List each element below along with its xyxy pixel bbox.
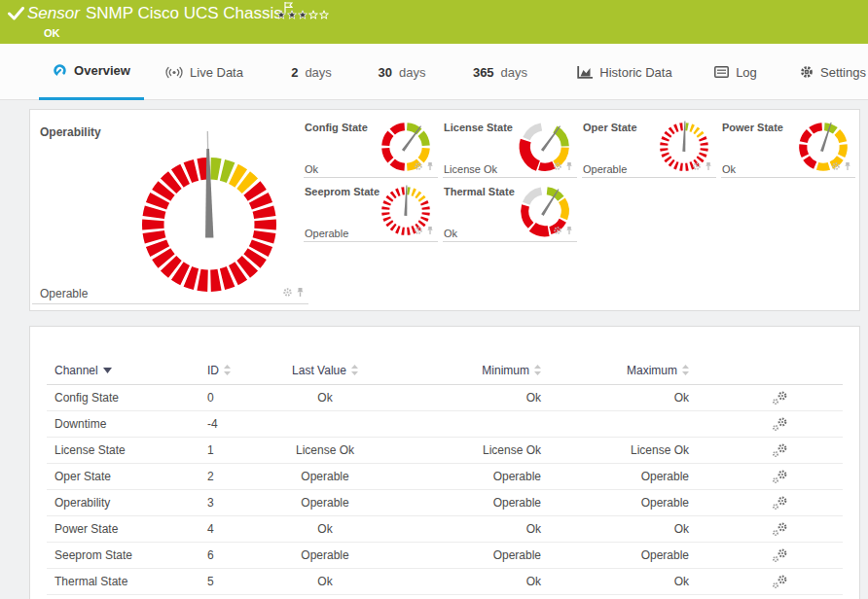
- tab-bar: OverviewLive Data2days30days365daysHisto…: [0, 44, 868, 100]
- cell-minimum: Operable: [372, 470, 541, 483]
- column-header-maximum[interactable]: Maximum: [541, 364, 689, 377]
- channel-table-body: Config State0OkOkOkDowntime-4License Sta…: [30, 385, 859, 595]
- pin-icon[interactable]: [565, 222, 573, 239]
- cell-id: 4: [207, 522, 278, 536]
- channel-settings-icon[interactable]: [770, 443, 795, 458]
- tab-number: 365: [473, 65, 494, 80]
- column-header-last-value[interactable]: Last Value: [278, 364, 372, 377]
- cell-minimum: Ok: [372, 391, 541, 405]
- cell-maximum: License Ok: [541, 443, 689, 457]
- pin-icon[interactable]: [705, 158, 712, 175]
- channel-gauge-tile-operability[interactable]: Operability Operable: [32, 118, 308, 304]
- cell-last-value: Operable: [278, 548, 372, 562]
- sort-desc-icon: [103, 368, 112, 373]
- tab-live-data[interactable]: Live Data: [154, 44, 255, 100]
- channel-gauge-tile-seeprom-state[interactable]: Seeprom State Operable: [304, 184, 438, 242]
- tab-log[interactable]: Log: [708, 44, 763, 100]
- cell-channel: Seeprom State: [54, 548, 207, 562]
- cell-minimum: Operable: [372, 496, 541, 510]
- cell-last-value: Ok: [278, 522, 372, 536]
- sort-icon: [351, 365, 358, 375]
- gear-icon[interactable]: [414, 158, 423, 175]
- priority-stars[interactable]: [276, 6, 329, 23]
- cell-channel: Power State: [54, 522, 207, 536]
- star-icon[interactable]: [276, 6, 286, 23]
- column-header-minimum[interactable]: Minimum: [372, 364, 541, 377]
- cell-id: 5: [207, 575, 278, 588]
- channel-settings-icon[interactable]: [770, 391, 795, 405]
- check-icon: [8, 7, 24, 24]
- cell-last-value: Ok: [278, 391, 372, 405]
- gear-icon[interactable]: [553, 222, 562, 239]
- column-label: Minimum: [482, 364, 529, 377]
- pin-icon[interactable]: [296, 284, 305, 301]
- channel-value: Ok: [444, 228, 457, 239]
- channel-name-label: Power State: [722, 122, 783, 133]
- cell-id: 2: [207, 470, 278, 483]
- tab-overview[interactable]: Overview: [39, 44, 144, 100]
- channel-settings-icon[interactable]: [770, 575, 795, 589]
- cell-id: 3: [207, 496, 278, 510]
- channel-gauge-tile-oper-state[interactable]: Oper State Operable: [582, 120, 716, 178]
- tab-30-days[interactable]: 30days: [370, 44, 434, 100]
- star-icon[interactable]: [308, 6, 318, 23]
- channel-name-label: Seeprom State: [305, 186, 380, 197]
- tab-label: days: [399, 65, 425, 80]
- tab-label: Live Data: [190, 65, 243, 80]
- channel-value: Operable: [305, 228, 348, 239]
- operability-gauge-dial: [136, 152, 282, 298]
- cell-maximum: Operable: [541, 548, 689, 562]
- tab-number: 2: [291, 65, 298, 80]
- cell-channel: License State: [54, 443, 207, 457]
- pin-icon[interactable]: [426, 158, 434, 175]
- gear-icon[interactable]: [414, 222, 423, 239]
- channel-settings-icon[interactable]: [770, 522, 795, 537]
- channel-gauge-tile-license-state[interactable]: License State License Ok: [443, 120, 577, 178]
- channel-name-label: Oper State: [583, 122, 637, 133]
- sort-icon: [534, 365, 541, 375]
- gauges-panel: Operability Operable Config State Ok Lic…: [29, 109, 860, 311]
- channel-gauge-tile-power-state[interactable]: Power State Ok: [721, 120, 855, 178]
- star-icon[interactable]: [287, 6, 297, 23]
- cell-channel: Downtime: [54, 417, 207, 431]
- channel-gauge-tile-thermal-state[interactable]: Thermal State Ok: [443, 184, 577, 242]
- gear-icon[interactable]: [282, 284, 293, 301]
- channel-settings-icon[interactable]: [770, 496, 795, 511]
- tab-historic-data[interactable]: Historic Data: [570, 44, 679, 100]
- channel-settings-icon[interactable]: [770, 470, 795, 484]
- table-row: Config State0OkOkOk: [47, 385, 843, 411]
- pin-icon[interactable]: [565, 158, 573, 175]
- channel-value: Operable: [583, 163, 627, 175]
- tab-2-days[interactable]: 2days: [280, 44, 343, 100]
- sensor-status-header: SensorSNMP Cisco UCS Chassis OK: [0, 0, 868, 44]
- star-icon[interactable]: [319, 6, 329, 23]
- gear-icon[interactable]: [831, 158, 841, 175]
- column-label: Maximum: [627, 364, 677, 377]
- channel-settings-icon[interactable]: [770, 548, 795, 563]
- star-icon[interactable]: [298, 6, 307, 23]
- tab-label: days: [305, 65, 331, 80]
- tab-label: Log: [736, 65, 757, 80]
- channel-name-label: Operability: [40, 125, 101, 139]
- column-header-channel[interactable]: Channel: [54, 364, 207, 377]
- gear-icon[interactable]: [692, 158, 702, 175]
- tab-settings[interactable]: Settings: [796, 44, 868, 100]
- tab-label: Overview: [74, 63, 130, 78]
- gear-icon[interactable]: [553, 158, 562, 175]
- cell-channel: Config State: [54, 391, 207, 405]
- channel-name-label: Config State: [305, 122, 368, 133]
- tab-label: Settings: [820, 65, 866, 80]
- sort-icon: [682, 365, 689, 375]
- channel-name-label: Thermal State: [444, 186, 515, 197]
- pin-icon[interactable]: [426, 222, 434, 239]
- tab-365-days[interactable]: 365days: [463, 44, 537, 100]
- cell-maximum: Ok: [541, 391, 689, 405]
- channel-gauge-tile-config-state[interactable]: Config State Ok: [304, 120, 438, 178]
- table-row: License State1License OkLicense OkLicens…: [47, 438, 843, 464]
- sensor-kind-label: Sensor: [27, 4, 80, 22]
- channel-settings-icon[interactable]: [770, 417, 795, 432]
- small-gauge-tiles: Config State Ok License State License Ok…: [304, 120, 855, 242]
- pin-icon[interactable]: [844, 158, 851, 175]
- column-header-id[interactable]: ID: [207, 364, 278, 377]
- column-label: Last Value: [292, 364, 346, 377]
